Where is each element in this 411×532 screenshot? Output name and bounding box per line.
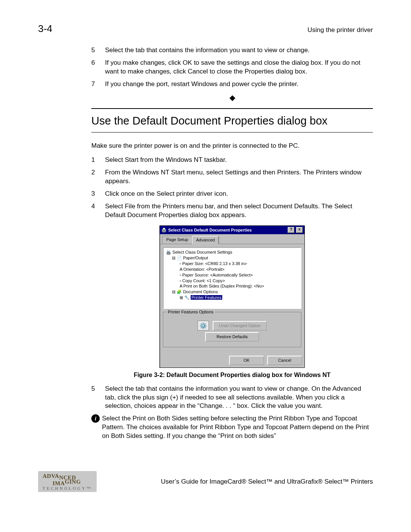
tree-doc-options[interactable]: Document Options xyxy=(183,289,218,294)
step-num: 4 xyxy=(91,202,98,220)
list-item: 6 If you make changes, click OK to save … xyxy=(91,59,373,76)
undo-changed-option-button: Undo Changed Option xyxy=(213,321,267,331)
tab-page-setup[interactable]: Page Setup xyxy=(162,236,193,244)
step-text: Click once on the Select printer driver … xyxy=(105,190,228,198)
tab-advanced[interactable]: Advanced xyxy=(192,236,219,244)
step-num: 2 xyxy=(91,168,98,186)
tree-printer-features[interactable]: Printer Features xyxy=(191,295,222,300)
cancel-button[interactable]: Cancel xyxy=(267,356,302,365)
help-button[interactable]: ? xyxy=(288,227,295,233)
ok-button[interactable]: OK xyxy=(229,356,264,365)
step-text: Select File from the Printers menu bar, … xyxy=(105,202,373,220)
tree-orientation[interactable]: Orientation: <Portrait> xyxy=(183,267,225,272)
section-end-marker: ◆ xyxy=(91,93,373,103)
step-num: 6 xyxy=(91,59,98,76)
dialog-window: 🖨️ Select Class Default Document Propert… xyxy=(159,225,305,368)
step-num: 3 xyxy=(91,190,98,198)
dialog-title: Select Class Default Document Properties xyxy=(168,227,286,233)
step-text: Select the tab that contains the informa… xyxy=(105,46,310,55)
app-icon: 🖨️ xyxy=(161,227,167,233)
step-num: 1 xyxy=(91,156,98,165)
logo: ADVANCEDIMAGING TECHNOLOGY™ xyxy=(38,471,97,492)
tree-paper-output[interactable]: Paper/Output xyxy=(183,256,208,260)
tree-paper-size[interactable]: Paper Size: <CR80 2.13 x 3.38 in> xyxy=(182,261,247,266)
figure-caption: Figure 3-2: Default Document Properties … xyxy=(91,371,373,379)
gear-icon: ⚙️ xyxy=(198,321,209,331)
settings-tree[interactable]: 🖨️ Select Class Document Settings ⊟ 📄 Pa… xyxy=(163,247,301,309)
note-text: Select the Print on Both Sides setting b… xyxy=(102,414,373,441)
step-text: Select Start from the Windows NT taskbar… xyxy=(105,156,227,165)
tree-duplex[interactable]: Print on Both Sides (Duplex Printing): <… xyxy=(183,284,264,288)
list-item: 7 If you change the port, restart Window… xyxy=(91,80,373,89)
step-text: From the Windows NT Start menu, select S… xyxy=(105,168,373,186)
tree-paper-source[interactable]: Paper Source: <Automatically Select> xyxy=(182,273,253,277)
list-item: 5 Select the tab that contains the infor… xyxy=(91,46,373,55)
list-item: 1 Select Start from the Windows NT taskb… xyxy=(91,156,373,165)
divider xyxy=(91,108,373,109)
list-item: 3 Click once on the Select printer drive… xyxy=(91,190,373,198)
close-button[interactable]: × xyxy=(296,227,303,233)
step-text: Select the tab that contains the informa… xyxy=(105,385,373,411)
step-text: If you make changes, click OK to save th… xyxy=(105,59,373,76)
running-head: Using the printer driver xyxy=(307,26,373,34)
list-item: 5 Select the tab that contains the infor… xyxy=(91,385,373,411)
section-title: Use the Default Document Properties dial… xyxy=(91,113,373,128)
list-item: 2 From the Windows NT Start menu, select… xyxy=(91,168,373,186)
tree-root: Select Class Document Settings xyxy=(172,250,232,254)
tree-copy-count[interactable]: Copy Count: <1 Copy> xyxy=(182,278,225,283)
step-num: 7 xyxy=(91,80,98,89)
logo-subtext: TECHNOLOGY™ xyxy=(43,486,92,490)
footer-text: User’s Guide for ImageCard® Select™ and … xyxy=(108,478,373,486)
step-text: If you change the port, restart Windows … xyxy=(105,80,298,89)
intro-text: Make sure the printer power is on and th… xyxy=(91,142,373,150)
divider xyxy=(91,132,373,133)
groupbox-label: Printer Features Options xyxy=(166,309,215,315)
info-icon: i xyxy=(91,414,100,423)
step-num: 5 xyxy=(91,46,98,55)
restore-defaults-button[interactable]: Restore Defaults xyxy=(205,332,259,342)
step-num: 5 xyxy=(91,385,98,411)
list-item: 4 Select File from the Printers menu bar… xyxy=(91,202,373,220)
page-number: 3-4 xyxy=(38,23,53,35)
